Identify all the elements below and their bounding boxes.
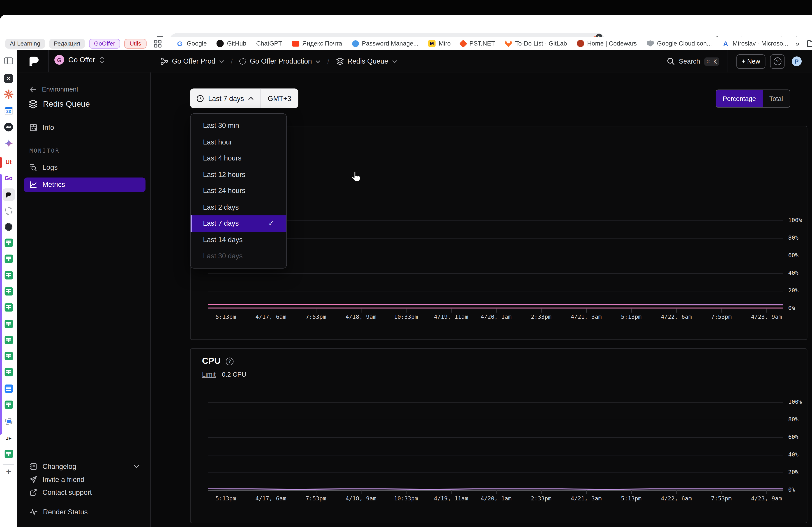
bookmark-item[interactable]: Яндекс Почта xyxy=(292,40,342,47)
breadcrumb-environment[interactable]: Go Offer Production xyxy=(240,58,321,65)
timezone-button[interactable]: GMT+3 xyxy=(260,89,299,108)
tab-google-sheets[interactable] xyxy=(0,318,17,330)
browser-toolbar: dashboard.render.com/r/red-d3mv11m3jp1c7… xyxy=(0,15,812,37)
all-bookmarks[interactable]: Все закладки xyxy=(807,40,812,47)
tab-loading-docs[interactable] xyxy=(0,415,17,427)
menu-item-last-hour[interactable]: Last hour xyxy=(191,134,287,150)
tab-group-utils[interactable]: Ut xyxy=(0,156,17,168)
google-favicon: G xyxy=(176,40,184,47)
workspace-switcher[interactable]: G Go Offer xyxy=(54,55,104,65)
tab-group-pills: AI LearningРедакцияGoOfferUtils xyxy=(5,39,146,48)
tab-dark-site[interactable] xyxy=(0,221,17,233)
layers-icon xyxy=(28,100,38,109)
gcloud-favicon xyxy=(647,40,654,47)
chevron-down-icon xyxy=(392,60,397,63)
bookmark-item[interactable]: PST.NET xyxy=(461,40,495,47)
bookmark-item[interactable]: MMiro xyxy=(428,40,451,47)
toggle-total[interactable]: Total xyxy=(763,90,790,107)
sidebar-toggle[interactable] xyxy=(0,54,17,67)
screen: dashboard.render.com/r/red-d3mv11m3jp1c7… xyxy=(0,0,812,527)
new-tab-button[interactable]: + xyxy=(0,466,17,478)
menu-item-last-30-min[interactable]: Last 30 min xyxy=(191,118,287,134)
tab-group-pill[interactable]: GoOffer xyxy=(89,39,120,48)
menu-item-last-7-days[interactable]: Last 7 days✓ xyxy=(191,215,287,231)
tab-google-sheets[interactable] xyxy=(0,350,17,362)
bookmark-item[interactable]: To-Do List · GitLab xyxy=(505,40,567,47)
tab-group-pill[interactable]: AI Learning xyxy=(5,39,45,48)
updown-chevron-icon xyxy=(99,56,104,64)
tab-google-sheets[interactable] xyxy=(0,398,17,411)
metrics-main: Last 7 days GMT+3 Percentage Total 100%8… xyxy=(151,72,812,527)
bookmark-item[interactable]: Home | Codewars xyxy=(577,40,637,47)
info-icon xyxy=(30,124,37,132)
render-logo-icon[interactable] xyxy=(28,55,40,67)
tab-jf[interactable]: JF xyxy=(0,432,17,444)
tab-google-sheets[interactable] xyxy=(0,237,17,249)
bookmark-item[interactable]: AMiroslav - Microso... xyxy=(722,40,788,47)
menu-item-last-24-hours[interactable]: Last 24 hours xyxy=(191,183,287,199)
tab-gemini[interactable] xyxy=(0,137,17,149)
sidebar-item-changelog[interactable]: Changelog xyxy=(30,463,140,470)
window-top-strip xyxy=(0,0,812,15)
search-button[interactable]: Search ⌘ K xyxy=(667,57,719,65)
vertical-tabstrip: ✕23UtGoJF+ xyxy=(0,50,17,527)
mouse-cursor xyxy=(350,171,361,183)
tab-google-calendar[interactable]: 23 xyxy=(0,105,17,117)
bookmark-item[interactable]: Google Cloud con... xyxy=(647,40,712,47)
project-icon xyxy=(161,58,168,65)
tab-google-docs[interactable] xyxy=(0,382,17,395)
tab-group-gooffer[interactable]: Go xyxy=(0,172,17,184)
tab-groups-grid-icon[interactable] xyxy=(154,40,161,47)
help-button[interactable]: ? xyxy=(770,54,784,69)
menu-item-last-4-hours[interactable]: Last 4 hours xyxy=(191,150,287,166)
workspace-name: Go Offer xyxy=(68,56,95,63)
logs-icon xyxy=(30,164,37,171)
tab-group-pill[interactable]: Utils xyxy=(125,39,146,48)
time-range-button[interactable]: Last 7 days xyxy=(190,89,260,108)
header-divider xyxy=(48,50,49,73)
app-header: G Go Offer Go Offer Prod / Go Offer Prod… xyxy=(17,50,812,73)
sidebar-item-info[interactable]: Info xyxy=(30,124,54,132)
breadcrumb-project[interactable]: Go Offer Prod xyxy=(161,58,224,65)
tab-starburst[interactable] xyxy=(0,88,17,100)
clock-icon xyxy=(196,94,204,102)
bookmark-item[interactable]: GitHub xyxy=(217,40,246,47)
sidebar-back-environment[interactable]: Environment xyxy=(30,86,78,93)
check-icon: ✓ xyxy=(269,220,274,227)
bookmark-item[interactable]: ChatGPT xyxy=(256,40,282,47)
tab-google-sheets[interactable] xyxy=(0,334,17,346)
menu-item-last-12-hours[interactable]: Last 12 hours xyxy=(191,166,287,183)
tab-google-sheets[interactable] xyxy=(0,301,17,314)
new-button[interactable]: + New xyxy=(737,54,766,69)
bookmark-item[interactable]: Password Manage... xyxy=(352,40,419,47)
menu-item-last-2-days[interactable]: Last 2 days xyxy=(191,199,287,215)
sidebar-item-logs[interactable]: Logs xyxy=(30,164,58,171)
series-memory-pink xyxy=(208,305,783,305)
pstnet-favicon xyxy=(460,40,467,48)
sidebar-item-render-status[interactable]: Render Status xyxy=(30,508,88,516)
tab-google-sheets[interactable] xyxy=(0,366,17,378)
breadcrumb-service[interactable]: Redis Queue xyxy=(336,58,397,65)
tab-google-sheets[interactable] xyxy=(0,253,17,265)
tab-loading[interactable] xyxy=(0,205,17,217)
bookmarks-overflow[interactable]: » xyxy=(796,39,800,48)
tab-boat-app[interactable] xyxy=(0,121,17,133)
menu-item-last-30-days[interactable]: Last 30 days xyxy=(191,248,287,264)
sidebar-item-metrics-content[interactable]: Metrics xyxy=(30,181,65,188)
user-avatar[interactable]: P xyxy=(792,56,802,66)
bookmarks-list: GGoogleGitHubChatGPTЯндекс ПочтаPassword… xyxy=(176,40,788,47)
chevron-up-icon xyxy=(248,96,254,100)
tab-google-sheets[interactable] xyxy=(0,269,17,282)
view-toggle: Percentage Total xyxy=(715,90,790,107)
search-label: Search xyxy=(679,58,700,65)
render-app: G Go Offer Go Offer Prod / Go Offer Prod… xyxy=(17,50,812,527)
bookmark-item[interactable]: GGoogle xyxy=(176,40,207,47)
menu-item-last-14-days[interactable]: Last 14 days xyxy=(191,231,287,248)
tab-render-active[interactable] xyxy=(0,189,17,201)
tab-app-dark[interactable]: ✕ xyxy=(0,72,17,84)
sidebar-item-invite[interactable]: Invite a friend xyxy=(30,476,84,483)
tab-google-sheets[interactable] xyxy=(0,285,17,298)
sidebar-item-support[interactable]: Contact support xyxy=(30,488,92,496)
tab-group-pill[interactable]: Редакция xyxy=(49,39,85,48)
toggle-percentage[interactable]: Percentage xyxy=(716,90,763,107)
